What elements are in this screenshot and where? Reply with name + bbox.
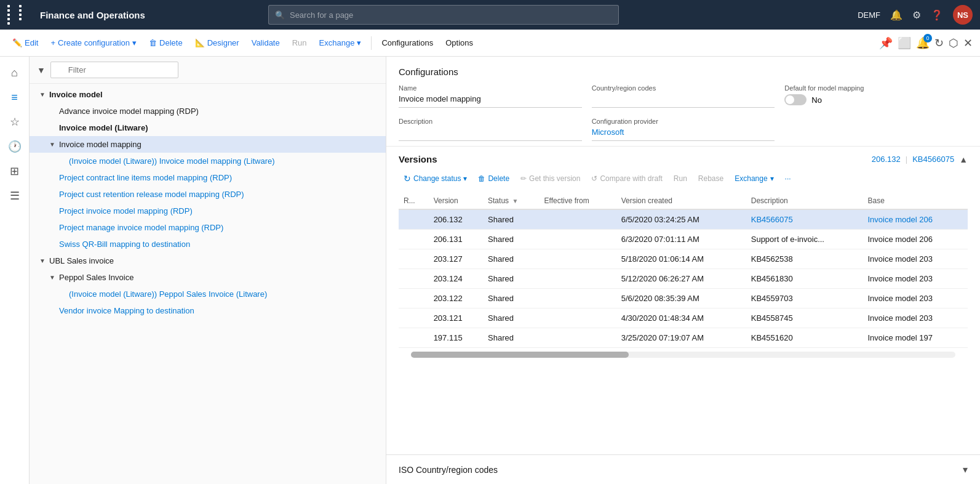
tree-item[interactable]: (Invoice model (Litware)) Invoice model … [30,153,386,169]
tree-item[interactable]: Invoice model (Litware) [30,119,386,136]
notification-badge-btn[interactable]: 🔔 0 [916,36,930,50]
table-row[interactable]: 197.115Shared3/25/2020 07:19:07 AMKB4551… [399,328,968,348]
tree-item[interactable]: ▼Peppol Sales Invoice [30,269,386,286]
env-label: DEMF [858,10,880,20]
rebase-button[interactable]: Rebase [693,171,728,186]
filter-funnel-icon[interactable]: ▼ [37,65,46,75]
tree-item[interactable]: Project cust retention release model map… [30,186,386,203]
tree-item[interactable]: Vendor invoice Mapping to destination [30,302,386,319]
delete-button[interactable]: 🗑 Delete [144,35,188,50]
col-status[interactable]: Status ▼ [483,193,540,209]
table-row[interactable]: 206.131Shared6/3/2020 07:01:11 AMSupport… [399,230,968,249]
search-placeholder: Search for a page [290,10,353,20]
tree-item[interactable]: ▼UBL Sales invoice [30,252,386,269]
table-row[interactable]: 203.127Shared5/18/2020 01:06:14 AMKB4562… [399,249,968,269]
compare-with-draft-button[interactable]: ↺ Compare with draft [586,171,667,186]
ver-run-button[interactable]: Run [669,171,692,186]
sidebar-list-button[interactable]: ☰ [4,185,26,207]
table-cell: Invoice model 203 [862,309,968,328]
table-cell: KB4559703 [746,289,863,309]
tree-item[interactable]: Swiss QR-Bill mapping to destination [30,236,386,252]
table-row[interactable]: 203.122Shared5/6/2020 08:35:39 AMKB45597… [399,289,968,309]
versions-table-container: R... Version Status ▼ Effective from Ver… [399,193,968,348]
ver-delete-icon: 🗑 [478,174,485,183]
ver-run-label: Run [674,174,687,183]
search-icon: 🔍 [275,10,285,20]
table-cell: Shared [483,230,540,249]
refresh-icon[interactable]: ↻ [934,36,944,50]
ver-delete-label: Delete [488,174,509,183]
table-row[interactable]: 206.132Shared6/5/2020 03:24:25 AMKB45660… [399,209,968,230]
bell-icon[interactable]: 🔔 [890,9,902,21]
name-label: Name [399,84,582,92]
help-icon[interactable]: ❓ [931,9,943,21]
apps-grid-icon[interactable] [7,5,29,25]
ver-exchange-button[interactable]: Exchange ▾ [730,171,778,186]
get-this-version-button[interactable]: ✏ Get this version [516,171,585,186]
versions-collapse-icon[interactable]: ▲ [959,155,968,164]
table-cell: Invoice model 203 [862,289,968,309]
change-status-button[interactable]: ↻ Change status ▾ [399,171,472,187]
run-button[interactable]: Run [287,35,312,50]
more-actions-button[interactable]: ··· [780,171,796,186]
table-cell: KB4551620 [746,328,863,348]
sidebar-table-button[interactable]: ⊞ [4,160,26,182]
filter-input[interactable] [50,62,178,78]
tree-item[interactable]: (Invoice model (Litware)) Peppol Sales I… [30,286,386,302]
default-mapping-toggle[interactable] [784,94,807,105]
table-cell [540,209,616,230]
tree-item[interactable]: Project manage invoice model mapping (RD… [30,219,386,236]
table-cell [399,249,429,269]
search-bar[interactable]: 🔍 Search for a page [268,5,619,25]
sidebar-filter-button[interactable]: ≡ [4,86,26,108]
user-avatar[interactable]: NS [953,5,973,25]
exchange-chevron-icon: ▾ [357,38,361,47]
maximize-icon[interactable]: ⬡ [949,36,958,50]
table-cell: Invoice model 203 [862,269,968,289]
exchange-button[interactable]: Exchange ▾ [314,35,367,50]
sidebar-home-button[interactable]: ⌂ [4,62,26,84]
sidebar-recent-button[interactable]: 🕐 [4,135,26,158]
table-row[interactable]: 203.121Shared4/30/2020 01:48:34 AMKB4558… [399,309,968,328]
tree-item-label: (Invoice model (Litware)) Peppol Sales I… [69,289,267,299]
tree-item[interactable]: ▼Invoice model [30,86,386,103]
validate-button[interactable]: Validate [247,35,285,50]
tree-item[interactable]: Advance invoice model mapping (RDP) [30,103,386,119]
tree-item-label: Invoice model (Litware) [59,123,148,132]
close-icon[interactable]: ✕ [963,36,973,50]
tree-item[interactable]: ▼Invoice model mapping [30,136,386,153]
create-configuration-button[interactable]: + Create configuration ▾ [46,35,141,50]
table-cell: KB4558745 [746,309,863,328]
get-this-version-label: Get this version [529,174,580,183]
versions-meta-kb: KB4566075 [912,155,954,164]
table-cell: 203.124 [429,269,483,289]
panel-icon[interactable]: ⬜ [898,36,911,50]
col-version[interactable]: Version [429,193,483,209]
gear-icon[interactable]: ⚙ [912,9,921,21]
configurations-button[interactable]: Configurations [376,35,438,50]
table-row[interactable]: 203.124Shared5/12/2020 06:26:27 AMKB4561… [399,269,968,289]
ver-delete-button[interactable]: 🗑 Delete [473,171,514,186]
pin-icon[interactable]: 📌 [879,36,893,50]
provider-value[interactable]: Microsoft [592,127,775,141]
designer-icon: 📐 [195,38,205,47]
table-cell [399,309,429,328]
top-nav-right: DEMF 🔔 ⚙ ❓ NS [858,5,973,25]
delete-label: Delete [159,38,183,47]
sidebar-star-button[interactable]: ☆ [4,111,26,133]
table-cell: Support of e-invoic... [746,230,863,249]
ver-exchange-label: Exchange [735,174,767,183]
table-cell: Invoice model 206 [862,209,968,230]
tree-item-label: Swiss QR-Bill mapping to destination [59,240,190,249]
filter-input-wrap: 🔍 [50,62,378,78]
iso-section[interactable]: ISO Country/region codes ▾ [386,454,980,484]
table-cell [540,230,616,249]
options-button[interactable]: Options [440,35,478,50]
filter-bar: ▼ 🔍 [30,57,386,84]
horiz-scrollbar[interactable] [411,352,955,358]
edit-button[interactable]: ✏️ Edit [7,35,43,50]
country-label: Country/region codes [592,84,775,92]
tree-item[interactable]: Project contract line items model mappin… [30,169,386,186]
designer-button[interactable]: 📐 Designer [190,35,244,50]
tree-item[interactable]: Project invoice model mapping (RDP) [30,203,386,219]
